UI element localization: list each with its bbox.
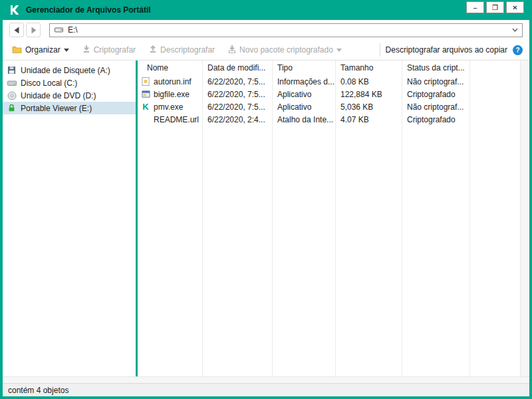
encrypt-label: Criptografar [94, 45, 136, 55]
file-status: Não criptograf... [402, 77, 469, 86]
encrypt-button[interactable]: Criptografar [78, 42, 140, 58]
sidebar-item-label: Unidade de Disquete (A:) [21, 66, 110, 75]
window-controls: – ❐ ✕ [466, 1, 524, 13]
sidebar-item-label: Disco Local (C:) [21, 78, 77, 88]
status-bar: contém 4 objetos [3, 383, 529, 396]
exe-file-icon [141, 90, 150, 98]
toolbar-separator [380, 43, 380, 57]
organize-button[interactable]: Organizar [8, 42, 73, 58]
column-header-name[interactable]: Nome [138, 63, 202, 72]
app-window: Gerenciador de Arquivos Portátil – ❐ ✕ E… [0, 0, 532, 399]
kaspersky-app-icon: K [141, 102, 150, 111]
file-size: 5,036 KB [335, 102, 402, 112]
forward-button[interactable] [26, 23, 41, 37]
lock-icon [7, 104, 17, 112]
file-type: Aplicativo [272, 102, 335, 112]
new-encrypted-package-button[interactable]: Novo pacote criptografado [224, 42, 346, 58]
decrypt-on-copy-label: Descriptografar arquivos ao copiar [386, 45, 507, 55]
vertical-scrollbar[interactable] [520, 61, 529, 376]
sidebar-item-label: Unidade de DVD (D:) [21, 91, 96, 100]
toolbar: Organizar Criptografar Descriptografar N… [3, 40, 529, 61]
address-bar[interactable]: E:\ [49, 23, 523, 37]
file-status: Criptografado [402, 115, 469, 124]
file-type: Aplicativo [272, 90, 335, 99]
file-list: Nome Data de modifi... Tipo Tamanho Stat… [138, 61, 520, 376]
file-size: 4.07 KB [335, 115, 402, 124]
chevron-down-icon [64, 49, 69, 52]
column-header-type[interactable]: Tipo [272, 63, 335, 72]
encrypt-arrow-icon [82, 45, 90, 55]
file-type: Informações d... [272, 77, 335, 86]
file-row-readme-url[interactable]: README.url 6/22/2020, 2:4... Atalho da I… [138, 113, 520, 126]
file-row-pmv-exe[interactable]: K pmv.exe 6/22/2020, 7:5... Aplicativo 5… [138, 100, 520, 113]
drive-icon [54, 27, 64, 33]
minimize-button[interactable]: – [466, 1, 484, 13]
hard-disk-icon [7, 78, 17, 88]
help-icon[interactable]: ? [513, 45, 523, 55]
maximize-button[interactable]: ❐ [486, 1, 504, 13]
navigation-bar: E:\ [3, 20, 529, 40]
file-date: 6/22/2020, 7:5... [202, 90, 272, 99]
new-encrypted-package-label: Novo pacote criptografado [239, 45, 333, 55]
file-name: autorun.inf [154, 77, 192, 86]
organize-label: Organizar [25, 45, 61, 55]
column-header-size[interactable]: Tamanho [335, 63, 402, 72]
forward-arrow-icon [30, 27, 37, 34]
content-area: Unidade de Disquete (A:) Disco Local (C:… [3, 61, 529, 376]
back-button[interactable] [9, 23, 24, 37]
chevron-down-icon [336, 49, 342, 52]
column-header-status[interactable]: Status da cript... [402, 63, 469, 72]
decrypt-button[interactable]: Descriptografar [145, 42, 219, 58]
title-bar: Gerenciador de Arquivos Portátil [3, 0, 529, 20]
file-row-autorun-inf[interactable]: autorun.inf 6/22/2020, 7:5... Informaçõe… [138, 75, 520, 88]
decrypt-arrow-icon [149, 45, 157, 55]
file-size: 122,884 KB [335, 90, 402, 99]
file-name: bigfile.exe [154, 90, 190, 99]
file-date: 6/22/2020, 2:4... [202, 115, 272, 124]
file-row-bigfile-exe[interactable]: bigfile.exe 6/22/2020, 7:5... Aplicativo… [138, 88, 520, 100]
sidebar-item-dvd-d[interactable]: Unidade de DVD (D:) [3, 89, 136, 102]
sidebar-item-label: Portable Viewer (E:) [21, 104, 92, 113]
address-dropdown-icon[interactable] [512, 28, 518, 32]
address-text: E:\ [68, 25, 78, 35]
decrypt-on-copy-control[interactable]: Descriptografar arquivos ao copiar ? [386, 45, 524, 55]
kaspersky-logo-icon [9, 5, 20, 15]
file-size: 0.08 KB [335, 77, 402, 86]
dvd-drive-icon [7, 91, 17, 100]
sidebar-item-local-disk-c[interactable]: Disco Local (C:) [3, 76, 136, 89]
file-name: README.url [154, 115, 199, 124]
file-type: Atalho da Inte... [272, 115, 335, 124]
sidebar-item-portable-viewer-e[interactable]: Portable Viewer (E:) [3, 102, 136, 114]
inf-file-icon [141, 77, 150, 86]
status-text: contém 4 objetos [8, 386, 68, 395]
folder-icon [12, 45, 22, 55]
column-header-row: Nome Data de modifi... Tipo Tamanho Stat… [138, 61, 520, 75]
drive-tree: Unidade de Disquete (A:) Disco Local (C:… [3, 61, 136, 376]
column-header-date[interactable]: Data de modifi... [202, 63, 272, 72]
floppy-drive-icon [7, 66, 17, 74]
decrypt-label: Descriptografar [160, 45, 215, 55]
window-title: Gerenciador de Arquivos Portátil [26, 5, 151, 15]
package-arrow-icon [228, 45, 236, 55]
file-status: Criptografado [402, 90, 469, 99]
file-status: Não criptograf... [402, 102, 469, 112]
sidebar-item-floppy-a[interactable]: Unidade de Disquete (A:) [3, 64, 136, 76]
file-date: 6/22/2020, 7:5... [202, 77, 272, 86]
file-name: pmv.exe [154, 102, 183, 112]
back-arrow-icon [13, 27, 21, 34]
horizontal-scrollbar[interactable] [3, 376, 529, 383]
file-date: 6/22/2020, 7:5... [202, 102, 272, 112]
close-button[interactable]: ✕ [506, 1, 524, 13]
